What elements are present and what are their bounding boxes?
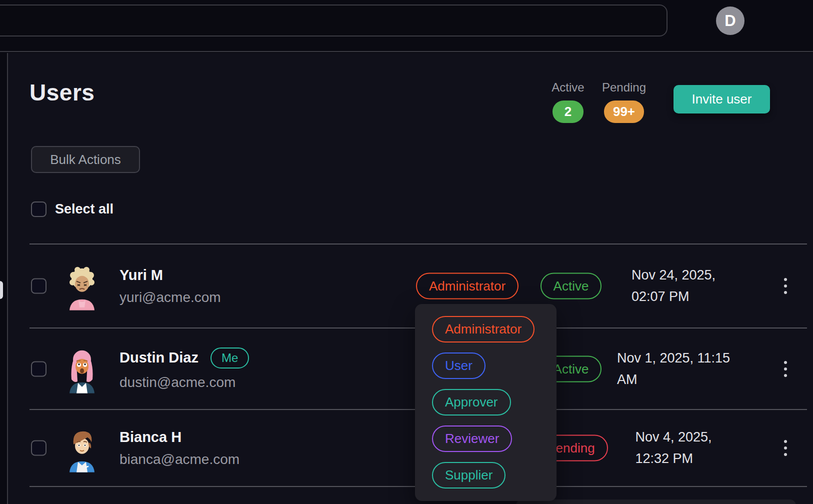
role-badge-administrator[interactable]: Administrator <box>416 273 518 300</box>
nav-indicator-fragment <box>0 281 3 299</box>
select-all-control: Select all <box>31 201 114 217</box>
row-actions-kebab-icon[interactable] <box>781 275 790 297</box>
top-bar: D <box>0 0 813 52</box>
active-count-badge: 2 <box>552 100 584 123</box>
user-email: dustin@acme.com <box>120 374 249 390</box>
menu-item-administrator[interactable]: Administrator <box>432 316 534 342</box>
status-badge-active: Active <box>540 273 602 300</box>
user-identity: Bianca H bianca@acme.com <box>120 429 240 468</box>
page-title: Users <box>30 79 94 106</box>
user-identity: Yuri M yuri@acme.com <box>120 267 221 306</box>
users-admin-page: D Users Active 2 Pending 99+ Invite user… <box>0 0 813 504</box>
role-dropdown-menu: Administrator User Approver Reviewer Sup… <box>415 304 556 501</box>
last-active-date: Nov 4, 2025, 12:32 PM <box>604 426 744 470</box>
menu-item-supplier[interactable]: Supplier <box>432 462 506 488</box>
me-badge: Me <box>210 348 249 368</box>
user-email: bianca@acme.com <box>120 452 240 468</box>
pending-users-stat: Pending 99+ <box>594 80 654 123</box>
invite-user-button[interactable]: Invite user <box>674 85 770 114</box>
select-all-checkbox[interactable] <box>31 202 46 217</box>
user-email: yuri@acme.com <box>120 290 221 306</box>
row-checkbox[interactable] <box>31 278 46 294</box>
next-panel-peek <box>516 500 796 504</box>
user-identity: Dustin Diaz Me dustin@acme.com <box>120 348 249 390</box>
menu-item-user[interactable]: User <box>432 352 486 379</box>
menu-item-approver[interactable]: Approver <box>432 389 511 416</box>
search-input[interactable] <box>0 4 668 36</box>
last-active-date: Nov 24, 2025, 02:07 PM <box>604 264 744 308</box>
row-checkbox[interactable] <box>31 361 46 376</box>
user-name: Yuri M <box>120 267 163 284</box>
user-avatar-menu[interactable]: D <box>716 6 744 35</box>
row-actions-kebab-icon[interactable] <box>781 437 790 459</box>
pending-count-badge: 99+ <box>604 100 644 123</box>
main-content: Users Active 2 Pending 99+ Invite user B… <box>7 53 813 504</box>
avatar-yuri <box>68 266 96 312</box>
user-name: Dustin Diaz <box>120 350 198 366</box>
pending-stat-label: Pending <box>594 80 654 94</box>
last-active-date: Nov 1, 2025, 11:15 AM <box>604 348 744 390</box>
menu-item-reviewer[interactable]: Reviewer <box>432 426 512 452</box>
bulk-actions-button[interactable]: Bulk Actions <box>31 146 140 173</box>
user-name: Bianca H <box>120 429 182 446</box>
row-actions-kebab-icon[interactable] <box>781 358 790 380</box>
avatar-dustin <box>68 348 96 395</box>
active-users-stat: Active 2 <box>538 80 598 123</box>
row-checkbox[interactable] <box>31 440 46 456</box>
avatar-bianca <box>68 428 96 474</box>
select-all-label: Select all <box>55 202 114 217</box>
active-stat-label: Active <box>538 80 598 94</box>
